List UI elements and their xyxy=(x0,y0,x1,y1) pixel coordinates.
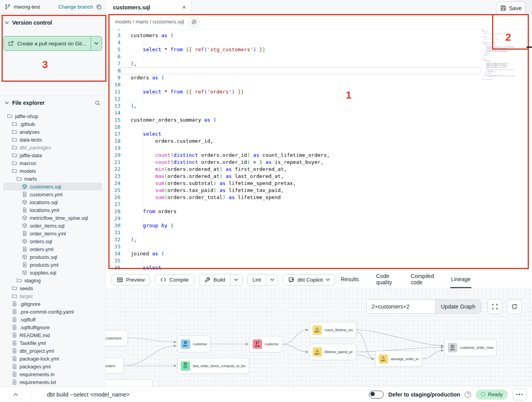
tree-item-target[interactable]: target xyxy=(3,292,102,300)
code-line-35[interactable]: 35 xyxy=(106,257,532,264)
code-line-11[interactable]: 11 select * from {{ ref('orders') }} xyxy=(106,88,532,95)
lineage-filter-input[interactable] xyxy=(367,300,435,313)
lineage-node-partial-node[interactable] xyxy=(106,379,153,386)
more-options-button[interactable] xyxy=(512,389,527,400)
tree-item-orders-sql[interactable]: orders.sql xyxy=(3,237,102,245)
lineage-node-lifetime-spend-pretax[interactable]: METlifetime_spend_pretax xyxy=(309,344,356,360)
code-line-23[interactable]: 23 max(orders.ordered_at) as last_ordere… xyxy=(106,173,532,180)
code-line-14[interactable]: 14 xyxy=(106,109,532,117)
tree-item-models[interactable]: models xyxy=(3,167,102,175)
code-line-22[interactable]: 22 min(orders.ordered_at) as first_order… xyxy=(106,166,532,173)
code-line-9[interactable]: 9orders as ( xyxy=(106,74,532,81)
tree-item-macros[interactable]: macros xyxy=(3,159,102,167)
code-line-36[interactable]: 36 select xyxy=(106,264,532,271)
tree-item-products-sql[interactable]: products.sql xyxy=(3,253,102,261)
code-line-3[interactable]: 3customers as ( xyxy=(106,32,532,39)
tree-item-locations-yml[interactable]: locations.yml xyxy=(3,206,102,214)
code-line-8[interactable]: 8 xyxy=(106,67,532,74)
save-button[interactable]: Save xyxy=(496,2,526,14)
tab-code-quality[interactable]: Code quality xyxy=(376,272,394,288)
tree-item-requirements-txt[interactable]: requirements.txt xyxy=(3,378,102,386)
build-button[interactable]: Build xyxy=(200,275,230,285)
code-line-5[interactable]: 5 select * from {{ ref('stg_customers') … xyxy=(106,46,532,53)
editor-tab-customers-sql[interactable]: customers.sql × xyxy=(106,0,192,14)
tree-item-staging[interactable]: staging xyxy=(3,276,102,284)
lint-button[interactable]: Lint xyxy=(248,275,266,285)
tree-item--sqlfluffignore[interactable]: .sqlfluffignore xyxy=(3,323,102,331)
tab-lineage[interactable]: Lineage xyxy=(450,272,471,288)
tree-item-supplies-sql[interactable]: supplies.sql xyxy=(3,269,102,276)
tree-item-orders-yml[interactable]: orders.yml xyxy=(3,245,102,253)
tree-item-marts[interactable]: marts xyxy=(3,175,102,183)
fullscreen-button[interactable] xyxy=(487,299,502,314)
code-line-25[interactable]: 25 sum(orders.tax_paid) as lifetime_tax_… xyxy=(106,187,532,194)
code-line-20[interactable]: 20 count(distinct orders.order_id) as co… xyxy=(106,152,532,159)
tree-item-order-items-yml[interactable]: order_items.yml xyxy=(3,230,102,237)
tree-item-dbt-packages[interactable]: dbt_packages xyxy=(3,144,102,151)
tab-results[interactable]: Results xyxy=(340,272,360,288)
defer-toggle[interactable] xyxy=(369,391,384,398)
lineage-node-stg-customers[interactable]: stg_customers xyxy=(106,330,128,346)
tree-item-seeds[interactable]: seeds xyxy=(3,284,102,292)
minimap[interactable]: with customers as ( select * from {{ ref… xyxy=(482,30,515,84)
collapse-panel-button[interactable] xyxy=(0,387,31,402)
lineage-node-customer-order-metrics[interactable]: QRYcustomer_order_metrics xyxy=(444,339,497,356)
lineage-node-average-order-value[interactable]: METaverage_order_value xyxy=(375,351,422,367)
lineage-node-count-lifetime-orders[interactable]: METcount_lifetime_orders xyxy=(309,322,356,338)
tree-item-analyses[interactable]: analyses xyxy=(3,128,102,136)
compile-button[interactable]: Compile xyxy=(155,274,194,286)
tree-item--gitignore[interactable]: .gitignore xyxy=(3,300,102,308)
code-line-24[interactable]: 24 sum(orders.subtotal) as lifetime_spen… xyxy=(106,180,532,187)
tree-item-customers-sql[interactable]: customers.sql xyxy=(3,183,102,190)
lineage-node-customers-model[interactable]: MDLcustomers xyxy=(177,336,210,352)
code-area[interactable]: 23customers as (45 select * from {{ ref(… xyxy=(106,30,532,272)
refresh-button[interactable] xyxy=(507,299,522,314)
code-line-17[interactable]: 17 select xyxy=(106,131,532,138)
tree-item-taskfile-yml[interactable]: Taskfile.yml xyxy=(3,339,102,347)
tab-compiled-code[interactable]: Compiled code xyxy=(410,272,435,288)
tree-item-products-yml[interactable]: products.yml xyxy=(3,261,102,269)
tree-item-data-tests[interactable]: data-tests xyxy=(3,136,102,144)
preview-button[interactable]: Preview xyxy=(111,274,150,286)
lineage-node-test-order-items[interactable]: TSTtest_order_items_compute_to_bools... xyxy=(177,358,249,374)
tree-item--pre-commit-config-yaml[interactable]: .pre-commit-config.yaml xyxy=(3,308,102,316)
tree-item--github[interactable]: .github xyxy=(3,120,102,128)
code-line-15[interactable]: 15customer_orders_summary as ( xyxy=(106,117,532,124)
tab-close-icon[interactable]: × xyxy=(182,4,186,11)
code-line-31[interactable]: 31 xyxy=(106,229,532,236)
code-line-30[interactable]: 30 group by 1 xyxy=(106,222,532,229)
tree-item-requirements-in[interactable]: requirements.in xyxy=(3,370,102,378)
lineage-panel[interactable]: stg_customersordersMDLcustomersTSTtest_o… xyxy=(106,288,532,386)
lint-dropdown[interactable] xyxy=(266,275,278,285)
tree-item--sqlfluff[interactable]: .sqlfluff xyxy=(3,316,102,323)
code-line-33[interactable]: 33 xyxy=(106,243,532,250)
code-line-26[interactable]: 26 sum(orders.order_total) as lifetime_s… xyxy=(106,194,532,201)
code-line-28[interactable]: 28 from orders xyxy=(106,208,532,215)
code-line-27[interactable]: 27 xyxy=(106,201,532,208)
file-explorer-header[interactable]: File explorer xyxy=(3,100,102,106)
tree-item-customers-yml[interactable]: customers.yml xyxy=(3,190,102,198)
version-control-header[interactable]: Version control xyxy=(3,19,102,26)
dbt-copilot-button[interactable]: dbt Copilot xyxy=(283,274,335,286)
code-line-18[interactable]: 18 orders.customer_id, xyxy=(106,138,532,145)
tree-item-jaffle-shop[interactable]: jaffle-shop xyxy=(3,112,102,120)
copilot-circle-button[interactable] xyxy=(189,16,200,27)
create-pull-request-main[interactable]: Create a pull request on Git... xyxy=(4,36,91,50)
code-line-32[interactable]: 32), xyxy=(106,236,532,243)
tree-item-order-items-sql[interactable]: order_items.sql xyxy=(3,222,102,230)
code-line-13[interactable]: 13), xyxy=(106,102,532,109)
copy-icon[interactable] xyxy=(96,4,102,10)
change-branch-link[interactable]: Change branch xyxy=(58,4,93,10)
tree-item-package-lock-yml[interactable]: package-lock.yml xyxy=(3,355,102,363)
help-icon[interactable]: ? xyxy=(465,391,471,398)
tree-item-jaffle-data[interactable]: jaffle-data xyxy=(3,151,102,159)
lineage-node-orders[interactable]: orders xyxy=(106,358,124,374)
tree-item-locations-sql[interactable]: locations.sql xyxy=(3,198,102,206)
create-pull-request-button[interactable]: Create a pull request on Git... xyxy=(3,36,102,51)
code-line-6[interactable]: 6 xyxy=(106,53,532,60)
tree-item-dbt-project-yml[interactable]: dbt_project.yml xyxy=(3,347,102,355)
tree-item-metricflow-time-spine-sql[interactable]: metricflow_time_spine.sql xyxy=(3,214,102,222)
code-line-29[interactable]: 29 xyxy=(106,215,532,222)
pull-request-dropdown[interactable] xyxy=(91,36,102,50)
code-line-21[interactable]: 21 count(distinct orders.order_id) > 1 a… xyxy=(106,159,532,166)
